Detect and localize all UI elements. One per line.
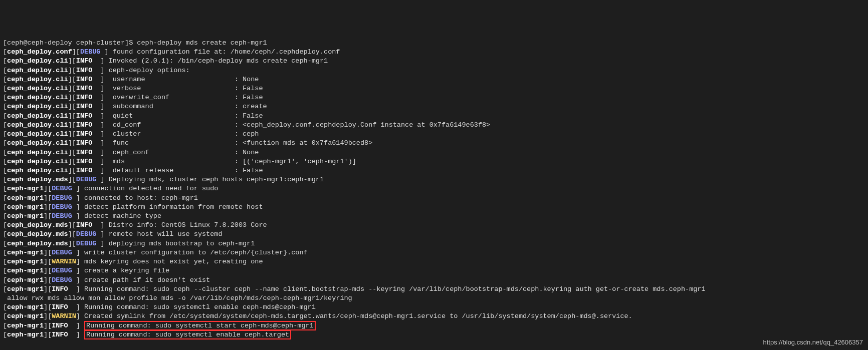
log-line: [ceph_deploy.mds][DEBUG ] remote host wi… xyxy=(3,230,865,239)
log-line: [ceph-mgr1][INFO ] Running command: sudo… xyxy=(3,330,865,339)
highlighted-command: Running command: sudo systemctl start ce… xyxy=(84,321,316,330)
log-line: [ceph_deploy.cli][INFO ] verbose : False xyxy=(3,84,865,93)
log-line: [ceph_deploy.cli][INFO ] mds : [('ceph-m… xyxy=(3,157,865,166)
log-line: [ceph-mgr1][WARNIN] mds keyring does not… xyxy=(3,257,865,266)
log-line: [ceph_deploy.mds][DEBUG ] deploying mds … xyxy=(3,239,865,248)
log-line: [ceph-mgr1][DEBUG ] detect platform info… xyxy=(3,203,865,212)
log-line: [ceph_deploy.cli][INFO ] default_release… xyxy=(3,166,865,175)
log-line: [ceph_deploy.cli][INFO ] ceph-deploy opt… xyxy=(3,66,865,75)
log-line: [ceph_deploy.cli][INFO ] Invoked (2.0.1)… xyxy=(3,57,865,66)
log-line: [ceph_deploy.cli][INFO ] cd_conf : <ceph… xyxy=(3,121,865,130)
log-line: [ceph-mgr1][DEBUG ] write cluster config… xyxy=(3,248,865,257)
terminal-output: [ceph@ceph-deploy ceph-cluster]$ ceph-de… xyxy=(3,39,865,339)
log-line: [ceph_deploy.cli][INFO ] ceph_conf : Non… xyxy=(3,148,865,157)
log-line: [ceph-mgr1][INFO ] Running command: sudo… xyxy=(3,285,865,294)
log-line: [ceph_deploy.cli][INFO ] quiet : False xyxy=(3,112,865,121)
log-line: [ceph-mgr1][DEBUG ] connected to host: c… xyxy=(3,194,865,203)
log-line: [ceph_deploy.cli][INFO ] cluster : ceph xyxy=(3,130,865,139)
log-line: [ceph-mgr1][INFO ] Running command: sudo… xyxy=(3,321,865,330)
log-line: [ceph-mgr1][DEBUG ] detect machine type xyxy=(3,212,865,221)
log-line: [ceph-mgr1][WARNIN] Created symlink from… xyxy=(3,312,865,321)
log-line: [ceph_deploy.cli][INFO ] username : None xyxy=(3,75,865,84)
log-line-continuation: allow rwx mds allow mon allow profile md… xyxy=(3,294,865,303)
watermark-text: https://blog.csdn.net/qq_42606357 xyxy=(763,338,863,347)
log-line: [ceph_deploy.mds][DEBUG ] Deploying mds,… xyxy=(3,175,865,184)
highlighted-command: Running command: sudo systemctl enable c… xyxy=(84,330,291,339)
log-line: [ceph-mgr1][DEBUG ] create a keyring fil… xyxy=(3,266,865,275)
log-line: [ceph_deploy.cli][INFO ] subcommand : cr… xyxy=(3,102,865,111)
log-line: [ceph_deploy.mds][INFO ] Distro info: Ce… xyxy=(3,221,865,230)
log-line: [ceph-mgr1][INFO ] Running command: sudo… xyxy=(3,303,865,312)
log-line: [ceph_deploy.cli][INFO ] func : <functio… xyxy=(3,139,865,148)
log-line: [ceph-mgr1][DEBUG ] connection detected … xyxy=(3,184,865,193)
shell-prompt: [ceph@ceph-deploy ceph-cluster]$ ceph-de… xyxy=(3,39,865,48)
log-line: [ceph_deploy.conf][DEBUG ] found configu… xyxy=(3,48,865,57)
log-line: [ceph-mgr1][DEBUG ] create path if it do… xyxy=(3,276,865,285)
log-line: [ceph_deploy.cli][INFO ] overwrite_conf … xyxy=(3,93,865,102)
